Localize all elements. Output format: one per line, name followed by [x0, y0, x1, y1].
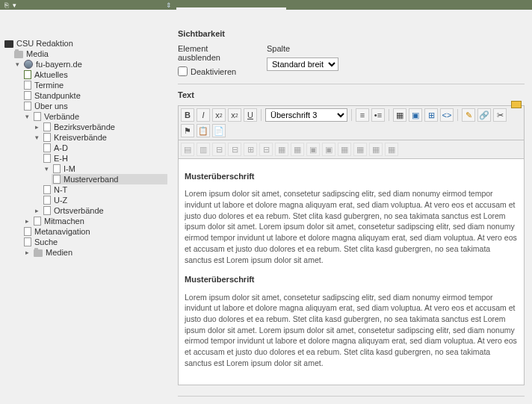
expand-icon[interactable]: ▸ — [24, 249, 31, 256]
subscript-icon[interactable]: x2 — [212, 108, 226, 122]
page-icon — [24, 227, 31, 236]
page-icon — [43, 206, 51, 215]
column-label: Spalte — [267, 44, 338, 53]
text-heading: Text — [178, 90, 525, 99]
tree-label: N-T — [54, 185, 67, 194]
row-props-icon[interactable]: ▥ — [197, 143, 210, 156]
tree-label: A-D — [54, 143, 68, 152]
filter-icon[interactable]: ▾ — [13, 1, 16, 9]
tree-metanavigation[interactable]: Metanavigation — [22, 226, 167, 237]
tree-nt[interactable]: N-T — [42, 184, 167, 195]
tree-label: Verbände — [44, 112, 79, 121]
tree-label: Suche — [34, 237, 58, 246]
insert-table-icon[interactable]: ▦ — [393, 108, 406, 122]
tree-im[interactable]: ▾ I-M — [42, 164, 167, 174]
collapse-icon[interactable]: ▾ — [43, 166, 50, 173]
unordered-list-icon[interactable]: •≡ — [371, 108, 385, 122]
tree-standpunkte[interactable]: Standpunkte — [22, 90, 167, 101]
table-x-icon[interactable]: ▦ — [338, 143, 351, 156]
insert-special-icon[interactable]: ⊞ — [424, 108, 438, 122]
italic-icon[interactable]: I — [197, 108, 210, 122]
rte-toolbar: B I x2 x2 U Überschrift 3 ≡ •≡ ▦ ▣ ⊞ <> … — [178, 105, 525, 140]
tree-eh[interactable]: E-H — [42, 153, 167, 164]
tree-label: Standpunkte — [34, 91, 81, 100]
tree-label: Aktuelles — [34, 70, 68, 79]
del-row-icon[interactable]: ⊟ — [228, 143, 241, 156]
cell-props-icon[interactable]: ▣ — [306, 143, 320, 156]
expand-icon[interactable]: ▸ — [34, 208, 40, 214]
table-y-icon[interactable]: ▦ — [353, 143, 367, 156]
format-select[interactable]: Überschrift 3 — [265, 108, 347, 122]
page-icon — [53, 175, 61, 184]
expand-icon[interactable]: ▸ — [24, 218, 31, 225]
tree-aktuelles[interactable]: Aktuelles — [22, 69, 167, 80]
page-icon — [24, 102, 31, 111]
tree-label: I-M — [64, 164, 75, 173]
language-flag-icon[interactable] — [511, 101, 522, 108]
expand-icon[interactable]: ⇕ — [166, 1, 172, 9]
collapse-icon[interactable]: ▾ — [14, 61, 21, 68]
insert-col-icon[interactable]: ⊞ — [244, 143, 257, 156]
tree-kreisverbaende[interactable]: ▾ Kreisverbände — [32, 132, 167, 143]
page-icon — [43, 196, 51, 205]
table-props-icon[interactable]: ▤ — [181, 143, 194, 156]
cell-props2-icon[interactable]: ▣ — [322, 143, 335, 156]
tree-site[interactable]: ▾ fu-bayern.de — [13, 59, 167, 69]
del-col-icon[interactable]: ⊟ — [259, 143, 273, 156]
server-icon — [4, 40, 13, 48]
table-z-icon[interactable]: ▦ — [369, 143, 383, 156]
tree-termine[interactable]: Termine — [22, 80, 167, 90]
insert-row-icon[interactable]: ⊟ — [212, 143, 226, 156]
tree-icon[interactable]: ⎘ — [4, 1, 8, 9]
page-icon — [34, 112, 41, 121]
deactivate-checkbox[interactable]: Deaktivieren — [178, 66, 249, 76]
link-icon[interactable]: 🔗 — [477, 108, 491, 122]
collapse-icon[interactable]: ▾ — [24, 114, 31, 120]
bold-icon[interactable]: B — [181, 108, 194, 122]
collapse-icon[interactable]: ▾ — [34, 134, 40, 141]
unlink-icon[interactable]: ✂ — [493, 108, 507, 122]
clean-icon[interactable]: ✎ — [462, 108, 475, 122]
tree-uz[interactable]: U-Z — [42, 195, 167, 205]
tree-suche[interactable]: Suche — [22, 237, 167, 247]
insert-image-icon[interactable]: ▣ — [409, 108, 422, 122]
page-icon — [24, 237, 31, 246]
paste-icon[interactable]: 📋 — [197, 124, 210, 137]
tree-ueberuns[interactable]: Über uns — [22, 101, 167, 111]
tree-media[interactable]: Media — [13, 49, 167, 59]
page-icon — [34, 217, 41, 226]
tree-verbaende[interactable]: ▾ Verbände — [22, 111, 167, 122]
column-select[interactable]: Standard breit — [267, 58, 338, 71]
html-icon[interactable]: <> — [440, 108, 454, 122]
tree-mitmachen[interactable]: ▸ Mitmachen — [22, 216, 167, 226]
rte-separator — [389, 109, 389, 121]
rte-editor[interactable]: Musterüberschrift Lorem ipsum dolor sit … — [178, 159, 525, 385]
visibility-heading: Sichtbarkeit — [178, 29, 525, 38]
tree-label: Media — [26, 49, 49, 58]
anchor-icon[interactable]: ⚑ — [181, 124, 194, 137]
tree-ortsverbaende[interactable]: ▸ Ortsverbände — [32, 205, 167, 216]
tree-medien[interactable]: ▸ Medien — [22, 247, 167, 258]
underline-icon[interactable]: U — [244, 108, 257, 122]
tree-label: E-H — [54, 154, 68, 163]
rte-separator — [351, 109, 352, 121]
superscript-icon[interactable]: x2 — [228, 108, 241, 122]
tree-label: fu-bayern.de — [36, 60, 82, 69]
tree-label: Bezirksverbände — [54, 122, 115, 131]
tree-ad[interactable]: A-D — [42, 143, 167, 153]
table-w-icon[interactable]: ▦ — [385, 143, 398, 156]
tree-root-csu[interactable]: CSU Redaktion — [3, 38, 167, 49]
tree-musterverband[interactable]: Musterverband — [52, 174, 167, 184]
ordered-list-icon[interactable]: ≡ — [356, 108, 369, 122]
deactivate-input[interactable] — [178, 66, 188, 76]
split-cell-icon[interactable]: ▦ — [291, 143, 304, 156]
tree-bezirksverbaende[interactable]: ▸ Bezirksverbände — [32, 122, 167, 132]
folder-icon — [14, 51, 23, 58]
deactivate-label: Deaktivieren — [191, 67, 236, 76]
paste-text-icon[interactable]: 📄 — [212, 124, 226, 137]
sample-paragraph-2: Lorem ipsum dolor sit amet, consetetur s… — [185, 292, 518, 369]
tree-label: Termine — [34, 81, 64, 90]
rte-toolbar-row2: ▤ ▥ ⊟ ⊟ ⊞ ⊟ ▦ ▦ ▣ ▣ ▦ ▦ ▦ ▦ — [178, 140, 525, 159]
merge-cells-icon[interactable]: ▦ — [275, 143, 288, 156]
expand-icon[interactable]: ▸ — [34, 124, 40, 131]
